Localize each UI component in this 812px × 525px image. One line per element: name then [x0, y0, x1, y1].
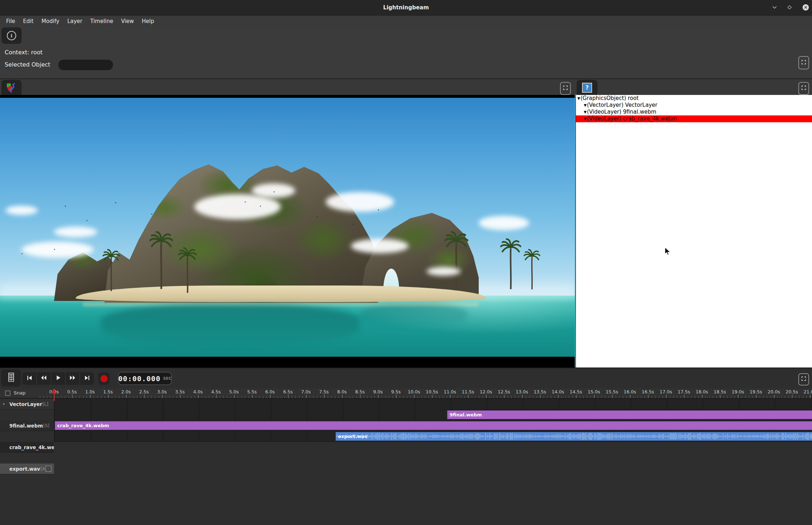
- tree-item[interactable]: ▼(VideoLayer) 9final.webm: [576, 109, 812, 115]
- cloud: [479, 216, 529, 230]
- minimize-button[interactable]: [770, 3, 779, 13]
- timeline-lane[interactable]: 9final.webm: [55, 410, 812, 420]
- tree-item[interactable]: ▼(GraphicsObject) root: [576, 95, 812, 102]
- collapse-arrow-icon[interactable]: ▾: [3, 402, 5, 406]
- rewind-button[interactable]: [37, 372, 51, 385]
- menu-help[interactable]: Help: [138, 16, 158, 27]
- ruler-tick: [493, 396, 494, 398]
- timeline-lane[interactable]: export.wav: [55, 431, 812, 442]
- track-label-9final.webm[interactable]: 9final.webm[S]: [0, 420, 54, 431]
- ruler-tick: [50, 396, 51, 398]
- palm-tree: [149, 231, 173, 290]
- ruler-tick: [349, 396, 350, 398]
- expand-arrow-icon[interactable]: ▼: [577, 95, 580, 102]
- ruler-tick: [313, 396, 314, 398]
- clip-export.wav[interactable]: export.wav: [335, 432, 812, 441]
- playhead-handle[interactable]: [51, 389, 56, 393]
- ruler-tick: [551, 396, 551, 398]
- menu-modify[interactable]: Modify: [37, 16, 63, 27]
- tree-item[interactable]: ▼(VectorLayer) VectorLayer: [576, 102, 812, 109]
- ruler-tick: [403, 396, 404, 398]
- ruler-tick: [137, 396, 137, 398]
- menu-file[interactable]: File: [2, 16, 19, 27]
- expand-arrow-icon[interactable]: ▼: [584, 102, 587, 109]
- menu-view[interactable]: View: [117, 16, 138, 27]
- ruler-tick: [65, 396, 66, 398]
- clip-9final.webm[interactable]: 9final.webm: [447, 410, 812, 419]
- timeline-ruler[interactable]: Snap 0.0s0.5s1.0s1.5s2.0s2.5s3.0s3.5s4.0…: [0, 388, 812, 399]
- ruler-tick: [360, 395, 361, 398]
- menu-timeline[interactable]: Timeline: [86, 16, 117, 27]
- ruler-tick: [277, 396, 278, 398]
- snap-checkbox[interactable]: [5, 391, 10, 396]
- clip-crab_rave_4k.webm[interactable]: crab_rave_4k.webm: [55, 421, 812, 430]
- close-icon: [802, 4, 809, 13]
- ruler-tick: [230, 396, 231, 398]
- ruler-tick: [162, 395, 163, 398]
- ruler-tick: [220, 396, 220, 398]
- track-area[interactable]: 9final.webmcrab_rave_4k.webmexport.wav: [54, 399, 812, 442]
- timeline-lane[interactable]: [55, 399, 812, 410]
- track-name: VectorLayer: [9, 401, 42, 407]
- ruler-tick: [533, 396, 533, 398]
- maximize-button[interactable]: [785, 3, 794, 13]
- ruler-label: 2.0s: [121, 389, 131, 394]
- ruler-tick: [731, 396, 731, 398]
- ruler-tick: [158, 396, 159, 398]
- ruler-tick: [443, 396, 443, 398]
- ruler-tick: [173, 396, 173, 398]
- fast-forward-button[interactable]: [66, 372, 80, 385]
- record-button[interactable]: [98, 372, 109, 385]
- ruler-tick: [702, 395, 703, 398]
- ruler-tick: [76, 396, 76, 398]
- stage-expand-button[interactable]: [560, 82, 571, 95]
- expand-arrow-icon[interactable]: ▼: [584, 109, 587, 115]
- track-label-crab_rave_4k.webm[interactable]: crab_rave_4k.webm[S]: [0, 442, 54, 453]
- stage-canvas[interactable]: [0, 95, 576, 368]
- tree-expand-button[interactable]: [798, 82, 809, 95]
- track-label-VectorLayer[interactable]: ▾VectorLayer[L]: [0, 399, 54, 410]
- bird: [151, 214, 152, 215]
- selected-object-input[interactable]: [58, 60, 113, 70]
- ruler-tick: [241, 396, 242, 398]
- timeline-lane[interactable]: crab_rave_4k.webm: [55, 420, 812, 431]
- fast-forward-icon: [69, 374, 76, 383]
- timeline-expand-button[interactable]: [798, 373, 809, 385]
- ruler-tick: [364, 396, 364, 398]
- ruler-label: 5.0s: [229, 389, 239, 394]
- play-button[interactable]: [51, 372, 66, 385]
- expand-arrow-icon[interactable]: ▼: [584, 115, 587, 122]
- ruler-tick: [234, 395, 235, 398]
- ruler-tick: [716, 396, 717, 398]
- timeline-tab[interactable]: [1, 369, 21, 387]
- ruler-tick: [522, 395, 523, 398]
- menu-layer[interactable]: Layer: [63, 16, 86, 27]
- stage-tab[interactable]: [1, 80, 22, 96]
- ruler-tick: [583, 396, 584, 398]
- tree-item-label: (VectorLayer) VectorLayer: [587, 102, 658, 109]
- ruler-tick: [126, 395, 127, 398]
- time-display: 00:00.000 SEC: [118, 372, 172, 385]
- ruler-tick: [90, 395, 91, 398]
- menu-edit[interactable]: Edit: [19, 16, 37, 27]
- ruler-label: 8.0s: [337, 389, 347, 394]
- inspector-tab[interactable]: i: [1, 27, 22, 44]
- ruler-label: 2.5s: [139, 389, 149, 394]
- ruler-label: 1.5s: [103, 389, 113, 394]
- transport-controls: [22, 372, 94, 385]
- skip-end-button[interactable]: [80, 372, 94, 385]
- inspector-expand-button[interactable]: [798, 56, 809, 69]
- ruler-label: 16.0s: [624, 389, 636, 394]
- skip-start-button[interactable]: [22, 372, 37, 385]
- tree-item[interactable]: ▼(VideoLayer) crab_rave_4k.webm: [576, 115, 812, 122]
- track-mute-button[interactable]: -: [45, 466, 51, 472]
- track-label-export.wav[interactable]: export.wav[A]-: [0, 464, 54, 474]
- close-button[interactable]: [801, 3, 810, 13]
- ruler-tick: [655, 396, 656, 398]
- ruler-tick: [770, 396, 771, 398]
- info-icon: i: [7, 31, 16, 40]
- ruler-tick: [752, 396, 753, 398]
- diamond-icon: [786, 4, 793, 12]
- object-tree-tab[interactable]: ?: [577, 80, 597, 96]
- ruler-tick: [378, 395, 379, 398]
